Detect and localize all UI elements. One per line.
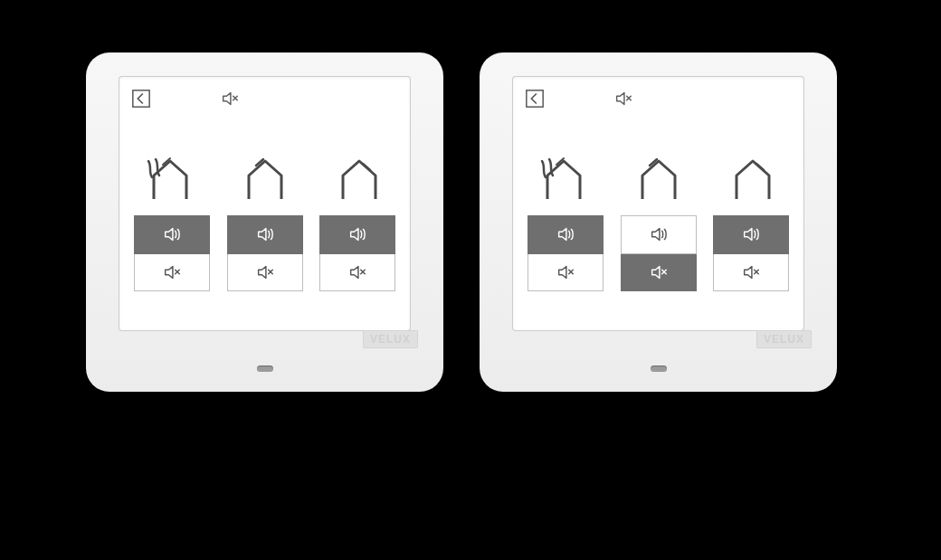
sound-toggles-row [525, 215, 792, 291]
house-vent-icon [530, 139, 597, 203]
sound-off-button[interactable] [713, 254, 789, 292]
sound-on-button[interactable] [528, 215, 604, 254]
led-indicator [257, 365, 273, 372]
sound-toggle-closed [319, 215, 395, 291]
sound-on-button[interactable] [621, 215, 697, 254]
sound-off-button[interactable] [134, 254, 210, 292]
sound-off-button[interactable] [528, 254, 604, 292]
brand-badge: VELUX [363, 330, 418, 348]
sound-on-button[interactable] [319, 215, 395, 254]
control-pad-left: VELUX [86, 52, 443, 392]
brand-badge: VELUX [756, 330, 812, 348]
sound-toggles-row [131, 215, 398, 291]
speaker-muted-icon [216, 89, 243, 109]
house-open-icon [625, 139, 692, 203]
sound-toggle-ventilation [528, 215, 604, 291]
house-open-icon [232, 139, 299, 203]
back-button[interactable] [131, 89, 151, 109]
control-pad-right: VELUX [480, 52, 837, 392]
sound-off-button[interactable] [227, 254, 303, 292]
sound-off-button[interactable] [621, 254, 697, 292]
house-vent-icon [137, 139, 204, 203]
sound-on-button[interactable] [713, 215, 789, 254]
sound-on-button[interactable] [134, 215, 210, 254]
sound-toggle-open [227, 215, 303, 291]
sound-toggle-ventilation [134, 215, 210, 291]
speaker-muted-icon [610, 89, 637, 109]
sound-toggle-closed [713, 215, 789, 291]
top-bar [131, 85, 398, 112]
house-closed-icon [719, 139, 786, 203]
house-closed-icon [326, 139, 393, 203]
sound-on-button[interactable] [227, 215, 303, 254]
screen [512, 76, 804, 331]
sound-toggle-open [621, 215, 697, 291]
led-indicator [651, 365, 667, 372]
mode-icons-row [525, 139, 792, 203]
mode-icons-row [131, 139, 398, 203]
top-bar [525, 85, 792, 112]
back-button[interactable] [525, 89, 545, 109]
screen [119, 76, 411, 331]
sound-off-button[interactable] [319, 254, 395, 292]
stage: { "brand": "VELUX", "icons": { "back": "… [0, 0, 941, 560]
